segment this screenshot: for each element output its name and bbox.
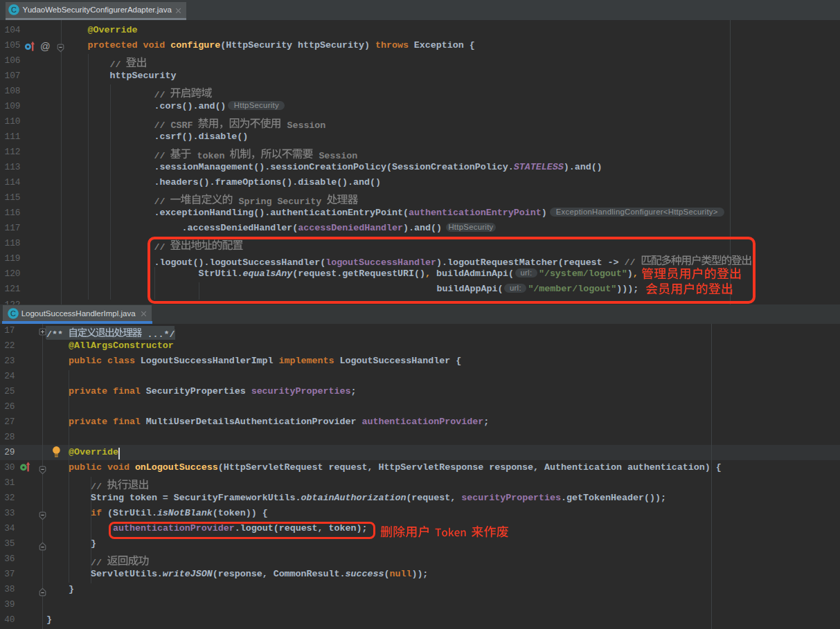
svg-text:C: C bbox=[10, 309, 16, 318]
svg-text:@: @ bbox=[40, 41, 51, 52]
svg-text:C: C bbox=[11, 6, 17, 14]
